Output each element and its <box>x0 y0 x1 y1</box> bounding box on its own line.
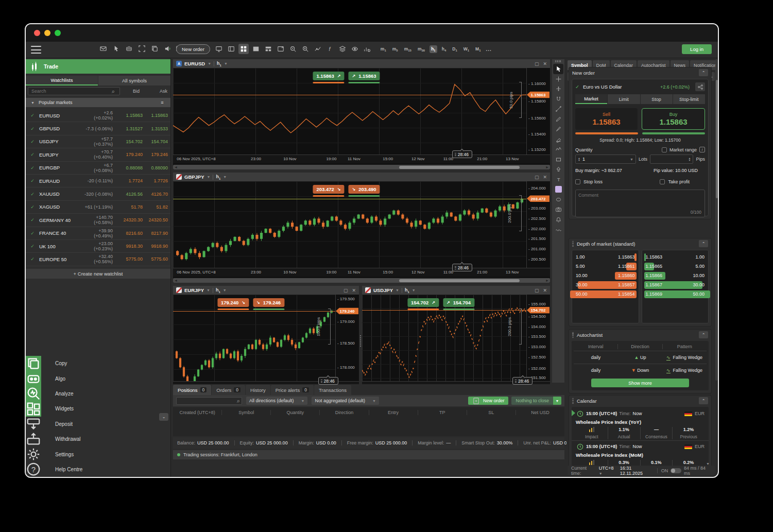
price-axis[interactable]: 179.500179.000178.500178.000179.240 <box>335 295 359 381</box>
layers-tool-icon[interactable] <box>337 44 348 54</box>
sell-quote-button[interactable]: 203.472↘ <box>313 185 344 194</box>
brush-tool-icon[interactable] <box>553 124 563 134</box>
zoomout-tool-icon[interactable] <box>288 44 298 54</box>
timeframe-m5[interactable]: m5 <box>391 45 400 53</box>
log-in-button[interactable]: Log in <box>682 44 712 54</box>
chart-scrollbar[interactable] <box>173 278 550 283</box>
single-tool-icon[interactable] <box>251 44 261 54</box>
chart-plot[interactable]: 154.702↗↗154.704200.0 pips <box>362 295 526 381</box>
dom-ask-row[interactable]: 1.1586950.00 <box>642 289 709 299</box>
buy-quote-button[interactable]: ↗1.15863 <box>348 72 380 80</box>
connection-toggle[interactable] <box>671 468 681 473</box>
crosshair-tool-icon[interactable] <box>553 74 563 84</box>
sidebar-item-algo[interactable]: Algo <box>26 371 170 386</box>
close-chart-button[interactable]: ✕ <box>543 175 547 180</box>
sidebar-item-copy[interactable]: Copy <box>26 356 170 371</box>
timeframe-m30[interactable]: m30 <box>416 45 426 53</box>
watchlist-group-header[interactable]: ▼ Popular markets ≡ <box>26 98 170 107</box>
timeframe-m15[interactable]: m15 <box>403 45 413 53</box>
autochartist-row[interactable]: daily▼ Down∿ Falling Wedge <box>574 364 707 376</box>
sidebar-tab-all-symbols[interactable]: All symbols <box>98 76 170 85</box>
drag-handle[interactable] <box>572 398 574 404</box>
stepper-arrows-icon[interactable]: ▲▼ <box>578 157 580 161</box>
chart-timeframe[interactable]: h1 <box>216 287 220 294</box>
order-type-limit[interactable]: Limit <box>608 94 640 104</box>
bell-tool-icon[interactable] <box>553 215 563 225</box>
collapse-button[interactable]: ⌃ <box>699 240 708 247</box>
copy-icon[interactable] <box>150 44 159 53</box>
close-all-button[interactable]: Nothing to close▼ <box>511 397 561 405</box>
dom-bid-row[interactable]: 5.001.15861 <box>572 262 639 271</box>
quantity-input[interactable] <box>582 157 619 162</box>
timeframe-D1[interactable]: D1 <box>451 45 458 53</box>
panel-new-order-button[interactable]: New order <box>468 397 509 405</box>
buy-quote-button[interactable]: ↗154.704 <box>443 298 474 307</box>
wave-tool-icon[interactable] <box>553 225 563 235</box>
sound-icon[interactable] <box>163 44 171 53</box>
chart-symbol[interactable]: EURJPY <box>184 287 204 293</box>
chevron-down-icon[interactable]: ▼ <box>208 62 211 65</box>
monitor-tool-icon[interactable] <box>214 44 224 54</box>
scrollbar-thumb[interactable] <box>399 279 520 282</box>
split-tool-icon[interactable] <box>263 44 273 54</box>
arrowup-tool-icon[interactable] <box>553 164 563 175</box>
positions-search-input[interactable] <box>176 397 242 405</box>
list-menu-icon[interactable]: ≡ <box>158 98 166 107</box>
eraser-tool-icon[interactable] <box>553 134 563 145</box>
dom-bid-row[interactable]: 50.001.15854 <box>572 289 639 299</box>
direction-filter-select[interactable]: All directions (default)▼ <box>246 397 307 405</box>
zoom-window-button[interactable] <box>55 30 61 36</box>
maximize-chart-button[interactable]: ▢ <box>535 175 539 180</box>
chart-plot[interactable]: 179.240↘↘179.246100.0 pips <box>173 295 335 381</box>
func-tool-icon[interactable]: f <box>325 44 335 54</box>
stepper-arrows-icon[interactable]: ▲▼ <box>689 157 691 161</box>
share-icon[interactable] <box>695 82 705 91</box>
take-profit-checkbox[interactable] <box>660 179 665 184</box>
texttool-tool-icon[interactable]: T <box>553 175 563 185</box>
pointer-icon[interactable] <box>112 44 120 53</box>
order-type-market[interactable]: Market <box>575 94 607 104</box>
chart-scrollbar[interactable] <box>173 165 550 169</box>
watchlist-row-euraud[interactable]: ✓EURAUD-20 (-0.11%)1.77241.7726 <box>26 175 170 187</box>
price-axis[interactable]: 155.000154.500154.000153.500153.000152.5… <box>526 295 550 381</box>
chart-plot[interactable]: 1.15863↗↗1.1586350.0 pips <box>173 68 526 155</box>
chevron-down-icon[interactable]: ▼ <box>223 288 227 292</box>
close-window-button[interactable] <box>34 30 40 36</box>
collapse-button[interactable]: ⌃ <box>699 397 708 404</box>
calendar-event[interactable]: 15:00 (UTC+8)Time:NowEURWholesale Price … <box>572 408 709 440</box>
sidebar-item-analyze[interactable]: Analyze <box>26 386 170 401</box>
create-watchlist-button[interactable]: + Create new watchlist <box>26 269 170 279</box>
timeframe-h1[interactable]: h1 <box>430 45 437 53</box>
chart-symbol[interactable]: USDJPY <box>373 287 393 293</box>
tab-price-alerts[interactable]: Price alerts0 <box>271 385 314 395</box>
rectshape-tool-icon[interactable] <box>553 155 563 165</box>
timeframe-W1[interactable]: W1 <box>462 45 471 53</box>
right-panel-scrollbar[interactable] <box>715 59 718 381</box>
maximize-chart-button[interactable]: ▢ <box>535 61 539 66</box>
watchlist-row-uk-100[interactable]: ✓UK 100+23.00 (+0.23%)9918.309918.90 <box>26 240 170 253</box>
layout-tool-icon[interactable] <box>226 44 236 54</box>
maximize-chart-button[interactable]: ▢ <box>343 288 348 293</box>
scrollbar-thumb[interactable] <box>399 166 520 169</box>
grid-tool-icon[interactable] <box>238 44 249 54</box>
price-axis[interactable]: 1.160001.158001.156001.154001.152001.158… <box>526 68 550 155</box>
watchlist-row-france-40[interactable]: ✓FRANCE 40+39.90 (+0.49%)8216.608217.90 <box>26 227 170 240</box>
dom-ask-row[interactable]: 1.158631.00 <box>642 252 709 262</box>
crossmove-tool-icon[interactable] <box>553 84 563 94</box>
swatch-tool-icon[interactable] <box>553 184 563 195</box>
pencil-tool-icon[interactable] <box>553 114 563 125</box>
buy-quote-button[interactable]: ↘179.246 <box>253 298 284 307</box>
buy-quote-button[interactable]: ↘203.490 <box>348 185 380 194</box>
chevron-down-icon[interactable]: ▼ <box>396 288 399 292</box>
strip-drag-handle[interactable] <box>555 60 561 62</box>
collapse-button[interactable]: ⌃ <box>699 69 708 76</box>
new-order-button[interactable]: New order <box>176 44 210 54</box>
watchlist-row-eurjpy[interactable]: ✓EURJPY+70.7 (+0.40%)179.240179.246 <box>26 148 170 161</box>
comment-textarea[interactable] <box>576 190 705 217</box>
watchlist-row-germany-40[interactable]: ✓GERMANY 40+140.70 (+0.58%)24320.3024320… <box>26 214 170 227</box>
chart-timeframe[interactable]: h1 <box>216 174 220 180</box>
drag-handle[interactable] <box>572 332 574 338</box>
camera-tool-icon[interactable] <box>553 204 563 215</box>
price-axis[interactable]: 204.000203.000202.500202.000201.500201.0… <box>526 181 550 268</box>
tab-orders[interactable]: Orders0 <box>212 385 245 395</box>
